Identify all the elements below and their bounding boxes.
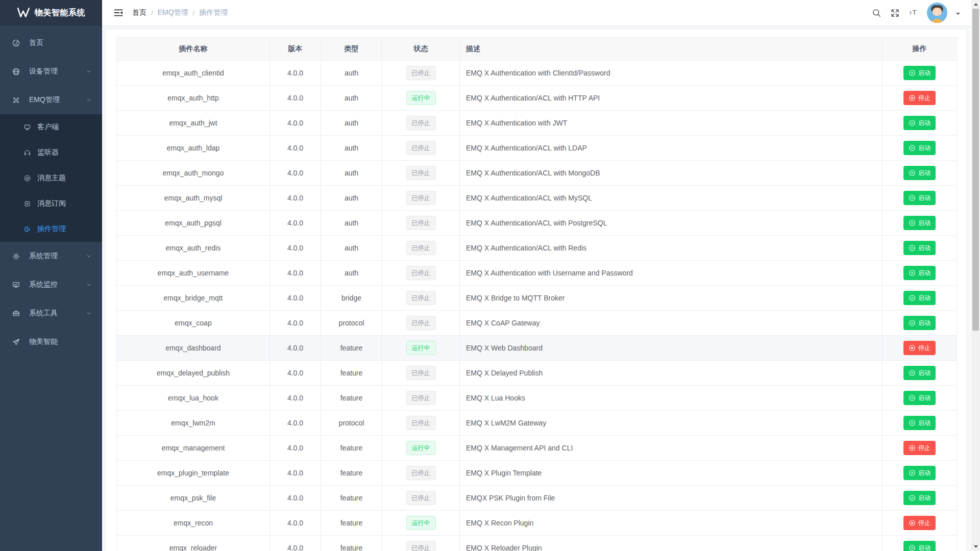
caret-down-icon[interactable] (956, 13, 960, 17)
table-row: emqx_auth_http4.0.0auth运行中EMQ X Authenti… (117, 86, 957, 111)
status-badge: 运行中 (406, 441, 436, 455)
table-row: emqx_lwm2m4.0.0protocol已停止EMQ X LwM2M Ga… (117, 411, 957, 436)
headset-icon (22, 149, 32, 157)
plugin-version: 4.0.0 (270, 536, 321, 551)
button-label: 启动 (918, 419, 930, 428)
start-button[interactable]: 启动 (903, 266, 936, 280)
scrollbar[interactable] (971, 0, 980, 551)
start-button[interactable]: 启动 (903, 216, 936, 230)
status-badge: 已停止 (406, 216, 436, 230)
button-label: 启动 (918, 194, 930, 203)
table-row: emqx_auth_mysql4.0.0auth已停止EMQ X Authent… (117, 186, 957, 211)
plugin-action-cell: 启动 (883, 111, 957, 136)
sidebar-item-clients[interactable]: 客户端 (0, 114, 102, 140)
plugin-type: feature (321, 511, 382, 536)
plugin-version: 4.0.0 (270, 511, 321, 536)
stop-button[interactable]: 停止 (903, 341, 936, 355)
table-row: emqx_management4.0.0feature运行中EMQ X Mana… (117, 436, 957, 461)
status-badge: 已停止 (406, 191, 436, 205)
start-button[interactable]: 启动 (903, 66, 936, 80)
plugin-name: emqx_recon (117, 511, 270, 536)
sidebar-item-tools[interactable]: 系统工具 (0, 299, 102, 328)
plugin-status-cell: 运行中 (382, 86, 460, 111)
search-icon[interactable] (872, 8, 881, 18)
sidebar-item-monitor[interactable]: 系统监控 (0, 270, 102, 299)
plugin-type: auth (321, 86, 382, 111)
wm-logo-icon (17, 7, 30, 18)
sidebar-item-plugins[interactable]: 插件管理 (0, 216, 102, 242)
play-circle-icon (909, 119, 916, 127)
plugin-status-cell: 已停止 (382, 386, 460, 411)
stop-button[interactable]: 停止 (903, 91, 936, 105)
fullscreen-icon[interactable] (890, 8, 900, 18)
start-button[interactable]: 启动 (903, 141, 936, 155)
start-button[interactable]: 启动 (903, 466, 936, 480)
stop-circle-icon (909, 519, 916, 527)
sidebar-item-home[interactable]: 首页 (0, 29, 102, 57)
sidebar-item-system[interactable]: 系统管理 (0, 242, 102, 270)
scrollbar-thumb[interactable] (972, 9, 979, 331)
start-button[interactable]: 启动 (903, 191, 936, 205)
sidebar-item-wumei[interactable]: 物美智能 (0, 328, 102, 356)
scrollbar-down-arrow[interactable] (971, 542, 980, 551)
plugin-name: emqx_lua_hook (117, 386, 270, 411)
status-badge: 已停止 (406, 316, 436, 330)
plugin-action-cell: 启动 (883, 411, 957, 436)
plugin-version: 4.0.0 (270, 236, 321, 261)
client-monitor-icon (22, 123, 32, 131)
plugin-type: auth (321, 136, 382, 161)
plugin-description: EMQ X Lua Hooks (460, 386, 883, 411)
table-row: emqx_coap4.0.0protocol已停止EMQ X CoAP Gate… (117, 311, 957, 336)
plugin-type: feature (321, 361, 382, 386)
plugin-version: 4.0.0 (270, 261, 321, 286)
plugin-table-card: 插件名称版本类型状态描述操作 emqx_auth_clientid4.0.0au… (105, 29, 967, 551)
breadcrumb-item-home[interactable]: 首页 (132, 8, 146, 17)
breadcrumb-item-emq[interactable]: EMQ管理 (158, 8, 188, 17)
stop-circle-icon (909, 94, 916, 102)
avatar[interactable] (927, 3, 947, 23)
start-button[interactable]: 启动 (903, 116, 936, 130)
plugin-version: 4.0.0 (270, 211, 321, 236)
sidebar-item-device[interactable]: 设备管理 (0, 57, 102, 86)
font-size-icon[interactable]: TT (909, 8, 918, 18)
app-logo[interactable]: 物美智能系统 (0, 0, 102, 26)
button-label: 停止 (918, 94, 930, 103)
chevron-down-icon (86, 282, 92, 288)
status-badge: 已停止 (406, 266, 436, 280)
plugin-status-cell: 已停止 (382, 186, 460, 211)
start-button[interactable]: 启动 (903, 316, 936, 330)
table-row: emqx_auth_clientid4.0.0auth已停止EMQ X Auth… (117, 61, 957, 86)
scrollbar-up-arrow[interactable] (971, 0, 980, 9)
sidebar-item-subscriptions[interactable]: 消息订阅 (0, 191, 102, 216)
hamburger-icon[interactable] (113, 8, 124, 18)
start-button[interactable]: 启动 (903, 391, 936, 405)
plugin-type: feature (321, 461, 382, 486)
status-badge: 已停止 (406, 491, 436, 505)
start-button[interactable]: 启动 (903, 366, 936, 380)
start-button[interactable]: 启动 (903, 416, 936, 430)
plugin-version: 4.0.0 (270, 461, 321, 486)
table-header-row: 插件名称版本类型状态描述操作 (117, 38, 957, 61)
topbar-actions: TT (872, 3, 960, 23)
plugin-status-cell: 运行中 (382, 436, 460, 461)
start-button[interactable]: 启动 (903, 166, 936, 180)
stop-button[interactable]: 停止 (903, 441, 936, 455)
breadcrumb-item-plugins[interactable]: 插件管理 (199, 8, 228, 17)
start-button[interactable]: 启动 (903, 541, 936, 551)
sidebar-item-topics[interactable]: @消息主题 (0, 165, 102, 191)
table-row: emqx_psk_file4.0.0feature已停止EMQX PSK Plu… (117, 486, 957, 511)
stop-button[interactable]: 停止 (903, 516, 936, 530)
start-button[interactable]: 启动 (903, 491, 936, 505)
sidebar-item-label: 系统工具 (29, 309, 58, 318)
app-title: 物美智能系统 (35, 8, 85, 18)
plugin-type: auth (321, 261, 382, 286)
sidebar-item-emq[interactable]: EMQ管理 (0, 86, 102, 114)
plugin-description: EMQ X Authentication/ACL with MySQL (460, 186, 883, 211)
plugin-type: feature (321, 486, 382, 511)
start-button[interactable]: 启动 (903, 241, 936, 255)
start-button[interactable]: 启动 (903, 291, 936, 305)
plugin-action-cell: 启动 (883, 286, 957, 311)
plugin-table: 插件名称版本类型状态描述操作 emqx_auth_clientid4.0.0au… (116, 37, 957, 551)
globe-icon (10, 67, 21, 76)
sidebar-item-listeners[interactable]: 监听器 (0, 140, 102, 165)
